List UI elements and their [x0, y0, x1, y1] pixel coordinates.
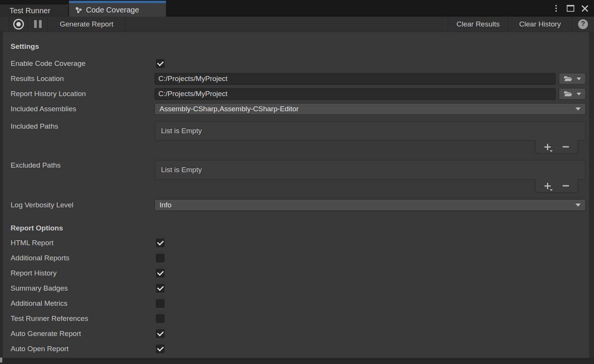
pause-icon: [34, 20, 42, 28]
report-history-location-label: Report History Location: [11, 90, 155, 98]
report-option-checkbox[interactable]: [155, 283, 165, 293]
enable-code-coverage-row: Enable Code Coverage: [11, 56, 586, 71]
report-options-heading: Report Options: [11, 223, 586, 233]
results-location-label: Results Location: [11, 75, 155, 83]
included-paths-empty-text: List is Empty: [161, 127, 202, 135]
log-verbosity-value: Info: [159, 201, 172, 209]
window-menu-button[interactable]: [552, 3, 560, 14]
tab-code-coverage[interactable]: Code Coverage: [69, 1, 166, 17]
report-option-row: Report History: [11, 266, 586, 281]
report-history-location-browse-button[interactable]: [559, 88, 586, 100]
report-option-checkbox[interactable]: [155, 268, 165, 278]
code-coverage-panel: Settings Enable Code Coverage Results Lo…: [3, 32, 589, 358]
maximize-icon: [567, 5, 574, 12]
tab-test-runner-label: Test Runner: [9, 6, 50, 15]
pause-recording-button[interactable]: [28, 17, 48, 31]
titlebar: Test Runner Code Coverage: [0, 0, 594, 17]
report-history-location-input[interactable]: C:/Projects/MyProject: [155, 88, 556, 100]
window-controls: [552, 0, 594, 17]
record-icon: [13, 19, 24, 30]
included-assemblies-row: Included Assemblies Assembly-CSharp,Asse…: [11, 101, 586, 117]
add-included-path-button[interactable]: [544, 143, 551, 150]
report-option-checkbox[interactable]: [155, 329, 165, 339]
add-excluded-path-button[interactable]: [544, 182, 551, 189]
generate-report-button[interactable]: Generate Report: [48, 17, 126, 31]
report-option-checkbox[interactable]: [155, 238, 165, 248]
excluded-paths-list-footer: [535, 179, 578, 193]
excluded-paths-empty-text: List is Empty: [161, 166, 202, 174]
folder-open-icon: [564, 76, 573, 82]
report-option-row: Summary Badges: [11, 281, 586, 296]
results-location-row: Results Location C:/Projects/MyProject: [11, 71, 586, 86]
log-verbosity-dropdown[interactable]: Info: [155, 199, 586, 211]
bottom-edge: [0, 358, 594, 364]
excluded-paths-list-box: List is Empty: [155, 160, 586, 180]
report-option-label: Report History: [11, 269, 155, 277]
folder-open-icon: [564, 91, 573, 97]
report-option-checkbox[interactable]: [155, 253, 165, 263]
record-coverage-button[interactable]: [9, 17, 28, 31]
settings-heading: Settings: [11, 42, 586, 51]
toolbar-spacer: [126, 17, 448, 31]
included-assemblies-label: Included Assemblies: [11, 105, 155, 113]
results-location-browse-button[interactable]: [559, 73, 586, 84]
generate-report-label: Generate Report: [60, 20, 114, 28]
report-option-row: Auto Open Report: [11, 341, 586, 356]
report-option-label: Test Runner References: [11, 314, 155, 323]
folder-dropdown-caret-icon: [577, 93, 581, 95]
add-dropdown-caret-icon: [550, 189, 553, 191]
folder-dropdown-caret-icon: [577, 78, 581, 80]
remove-excluded-path-button[interactable]: [563, 185, 569, 187]
excluded-paths-list: List is Empty: [155, 156, 586, 193]
code-coverage-icon: [75, 6, 83, 14]
included-assemblies-dropdown[interactable]: Assembly-CSharp,Assembly-CSharp-Editor: [155, 103, 586, 115]
report-option-row: Test Runner References: [11, 311, 586, 326]
kebab-menu-icon: [555, 5, 557, 12]
report-option-checkbox[interactable]: [155, 299, 165, 308]
left-edge-gutter: [0, 32, 3, 358]
report-option-label: Additional Reports: [11, 254, 155, 262]
window-resize-notch: [0, 358, 2, 362]
close-icon: [581, 5, 589, 12]
tab-test-runner[interactable]: Test Runner: [0, 5, 68, 17]
included-paths-list-footer: [535, 140, 578, 154]
maximize-button[interactable]: [566, 3, 575, 14]
enable-code-coverage-checkbox[interactable]: [155, 59, 165, 68]
report-option-row: Auto Generate Report: [11, 326, 586, 341]
add-dropdown-caret-icon: [550, 150, 553, 152]
help-button[interactable]: ?: [572, 17, 594, 31]
report-option-checkbox[interactable]: [155, 344, 165, 354]
remove-included-path-button[interactable]: [563, 146, 569, 148]
tab-code-coverage-label: Code Coverage: [86, 6, 139, 14]
toolbar: Generate Report Clear Results Clear Hist…: [0, 17, 594, 32]
excluded-paths-section: Excluded Paths List is Empty: [11, 156, 586, 193]
clear-results-label: Clear Results: [456, 20, 500, 28]
report-option-label: HTML Report: [11, 239, 155, 247]
included-paths-section: Included Paths List is Empty: [11, 117, 586, 154]
close-button[interactable]: [581, 3, 589, 14]
results-location-value: C:/Projects/MyProject: [158, 75, 228, 83]
results-location-input[interactable]: C:/Projects/MyProject: [155, 73, 556, 85]
help-icon: ?: [578, 19, 588, 29]
included-paths-label: Included Paths: [11, 117, 155, 131]
included-paths-list: List is Empty: [155, 117, 586, 154]
chevron-down-icon: [575, 204, 581, 207]
clear-results-button[interactable]: Clear Results: [448, 17, 508, 31]
report-history-location-value: C:/Projects/MyProject: [158, 90, 228, 98]
log-verbosity-label: Log Verbosity Level: [11, 201, 155, 209]
report-option-row: HTML Report: [11, 235, 586, 250]
enable-code-coverage-label: Enable Code Coverage: [11, 59, 155, 68]
report-option-label: Summary Badges: [11, 284, 155, 292]
excluded-paths-label: Excluded Paths: [11, 156, 155, 170]
report-history-location-row: Report History Location C:/Projects/MyPr…: [11, 86, 586, 101]
report-option-label: Auto Generate Report: [11, 330, 155, 338]
chevron-down-icon: [575, 107, 581, 110]
report-options-list: HTML Report Additional Reports Report Hi…: [11, 235, 586, 356]
report-option-checkbox[interactable]: [155, 314, 165, 324]
report-option-label: Additional Metrics: [11, 299, 155, 308]
clear-history-button[interactable]: Clear History: [508, 17, 572, 31]
report-option-row: Additional Reports: [11, 250, 586, 266]
toolbar-left-pad: [0, 17, 9, 31]
clear-history-label: Clear History: [519, 20, 561, 28]
report-option-label: Auto Open Report: [11, 345, 155, 353]
